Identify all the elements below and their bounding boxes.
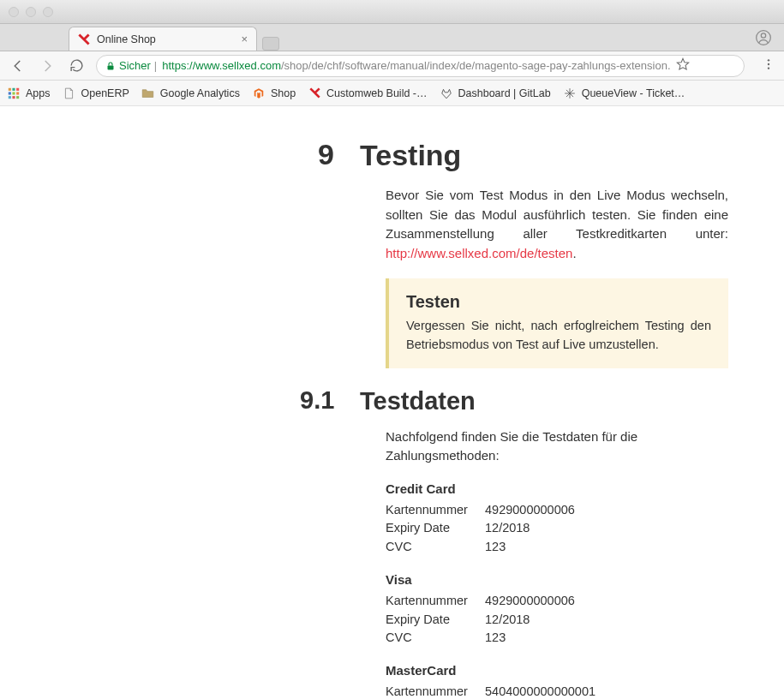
star-icon — [563, 87, 577, 100]
svg-rect-2 — [108, 65, 114, 69]
window-titlebar — [0, 0, 784, 24]
svg-rect-12 — [9, 96, 11, 99]
test-data-label: Expiry Date — [386, 519, 485, 538]
test-data-row: Expiry Date12/2018 — [386, 519, 728, 538]
bookmark-customweb[interactable]: Customweb Build -… — [308, 87, 427, 100]
tab-title: Online Shop — [97, 33, 156, 45]
url-path: /shop/de/chf/software/manual/index/de/ma… — [281, 59, 671, 72]
window-minimize[interactable] — [26, 7, 36, 17]
address-bar: Sicher | https://www.sellxed.com/shop/de… — [0, 51, 784, 81]
test-data-row: Kartennummer4929000000006 — [386, 592, 728, 611]
test-data-group: Credit CardKartennummer4929000000006Expi… — [386, 481, 728, 557]
svg-rect-7 — [12, 87, 15, 90]
section-title: Testing — [360, 139, 733, 172]
bookmark-gitlab[interactable]: Dashboard | GitLab — [440, 87, 551, 100]
bookmark-apps[interactable]: Apps — [7, 87, 51, 100]
apps-icon — [7, 87, 21, 100]
test-data-value: 4929000000006 — [485, 501, 575, 520]
svg-rect-14 — [16, 96, 19, 99]
forward-button[interactable] — [38, 57, 57, 75]
x-logo-icon — [308, 87, 321, 100]
test-data-label: Kartennummer — [386, 501, 485, 520]
url-field[interactable]: Sicher | https://www.sellxed.com/shop/de… — [96, 55, 745, 77]
test-data-value: 5404000000000001 — [485, 683, 595, 699]
test-data-group: MasterCardKartennummer5404000000000001Ex… — [386, 663, 728, 699]
test-data-group: VisaKartennummer4929000000006Expiry Date… — [386, 572, 728, 648]
test-data-label: CVC — [386, 538, 485, 557]
bookmark-label: QueueView - Ticket… — [582, 87, 685, 99]
test-data-row: CVC123 — [386, 629, 728, 648]
bookmark-label: Dashboard | GitLab — [458, 87, 551, 99]
bookmark-label: Google Analytics — [160, 87, 240, 99]
svg-rect-9 — [9, 92, 11, 94]
bookmark-queueview[interactable]: QueueView - Ticket… — [563, 87, 685, 100]
svg-rect-13 — [12, 96, 15, 99]
test-data-row: Kartennummer4929000000006 — [386, 501, 728, 520]
subsection-number: 9.1 — [300, 387, 360, 427]
test-data-label: Kartennummer — [386, 592, 485, 611]
page-icon — [63, 87, 76, 100]
profile-icon[interactable] — [755, 29, 772, 50]
test-link[interactable]: http://www.sellxed.com/de/testen — [386, 246, 572, 260]
subsection-intro: Nachfolgend finden Sie die Testdaten für… — [386, 427, 728, 466]
callout-box: Testen Vergessen Sie nicht, nach erfoglr… — [386, 278, 728, 368]
secure-label: Sicher — [119, 59, 151, 72]
test-data-row: Expiry Date12/2018 — [386, 611, 728, 630]
test-data-value: 4929000000006 — [485, 592, 575, 611]
test-data-label: CVC — [386, 629, 485, 648]
test-data-label: Kartennummer — [386, 683, 485, 699]
reload-button[interactable] — [67, 57, 86, 75]
window-zoom[interactable] — [43, 7, 53, 17]
bookmark-shop[interactable]: Shop — [252, 87, 296, 100]
svg-rect-11 — [16, 92, 19, 94]
magento-icon — [252, 87, 266, 100]
test-data-row: CVC123 — [386, 538, 728, 557]
bookmark-label: Shop — [271, 87, 296, 99]
url-host: https://www.sellxed.com — [162, 59, 281, 72]
lock-icon — [105, 60, 116, 72]
test-group-title: Credit Card — [386, 481, 728, 496]
test-data-row: Kartennummer5404000000000001 — [386, 683, 728, 699]
test-data-value: 123 — [485, 538, 506, 557]
section-number: 9 — [300, 139, 360, 186]
test-group-title: Visa — [386, 572, 728, 587]
svg-point-5 — [768, 67, 769, 69]
svg-point-4 — [768, 63, 769, 64]
gitlab-icon — [440, 87, 453, 100]
window-close[interactable] — [9, 7, 19, 17]
back-button[interactable] — [9, 57, 27, 75]
bookmark-label: OpenERP — [81, 87, 129, 99]
bookmark-label: Customweb Build -… — [326, 87, 427, 99]
bookmarks-bar: Apps OpenERP Google Analytics Shop Custo… — [0, 81, 784, 106]
section-intro: Bevor Sie vom Test Modus in den Live Mod… — [386, 186, 728, 263]
svg-rect-8 — [16, 87, 19, 90]
svg-point-1 — [761, 33, 765, 38]
folder-icon — [141, 87, 155, 100]
browser-tab[interactable]: Online Shop × — [69, 27, 257, 51]
test-group-title: MasterCard — [386, 663, 728, 678]
close-icon[interactable]: × — [241, 33, 248, 45]
new-tab-button[interactable] — [262, 37, 279, 51]
tab-strip: Online Shop × — [0, 24, 784, 51]
bookmark-openerp[interactable]: OpenERP — [63, 87, 129, 100]
x-logo-icon — [78, 33, 90, 45]
subsection-title: Testdaten — [360, 387, 733, 415]
test-data-value: 12/2018 — [485, 611, 530, 630]
bookmark-label: Apps — [26, 87, 51, 99]
callout-title: Testen — [406, 292, 711, 312]
svg-rect-6 — [9, 87, 11, 90]
bookmark-star-icon[interactable] — [676, 57, 690, 74]
bookmark-google-analytics[interactable]: Google Analytics — [141, 87, 240, 100]
svg-point-3 — [768, 59, 769, 61]
callout-body: Vergessen Sie nicht, nach erfoglreichem … — [406, 317, 711, 355]
page-content[interactable]: 9 Testing Bevor Sie vom Test Modus in de… — [0, 106, 784, 699]
test-data-label: Expiry Date — [386, 611, 485, 630]
svg-rect-10 — [12, 92, 15, 94]
kebab-menu-icon[interactable] — [762, 57, 775, 75]
test-data-value: 12/2018 — [485, 519, 530, 538]
test-data-value: 123 — [485, 629, 506, 648]
